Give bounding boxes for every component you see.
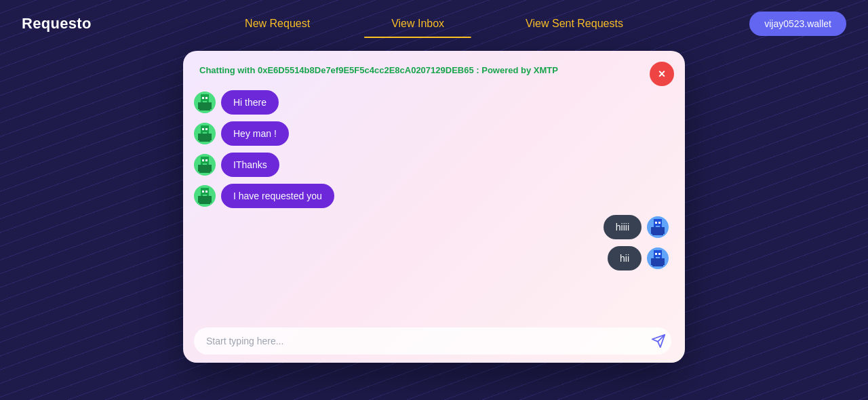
chat-body[interactable]: Hi there Hey man ! — [183, 85, 685, 319]
message-bubble: hiiii — [604, 215, 642, 239]
svg-rect-4 — [202, 97, 204, 99]
svg-rect-18 — [202, 159, 204, 161]
svg-rect-6 — [203, 101, 207, 102]
avatar — [194, 92, 216, 113]
chat-header: Chatting with 0xE6D5514b8De7ef9E5F5c4cc2… — [183, 51, 685, 85]
message-row: IThanks — [194, 153, 669, 177]
message-bubble: I have requested you — [221, 184, 334, 208]
nav-view-sent[interactable]: View Sent Requests — [485, 12, 664, 35]
send-button[interactable] — [643, 334, 674, 348]
message-input[interactable] — [194, 327, 671, 355]
svg-rect-40 — [658, 253, 660, 255]
chat-title: Chatting with 0xE6D5514b8De7ef9E5F5c4cc2… — [199, 64, 669, 77]
svg-rect-2 — [198, 102, 202, 109]
svg-rect-33 — [658, 222, 660, 224]
chat-input-area — [183, 319, 685, 363]
svg-rect-30 — [651, 227, 655, 234]
svg-rect-24 — [208, 196, 212, 203]
svg-rect-25 — [202, 191, 204, 193]
svg-rect-26 — [205, 191, 208, 193]
avatar — [647, 216, 669, 238]
nav-new-request[interactable]: New Request — [204, 12, 351, 35]
avatar — [647, 247, 669, 269]
svg-rect-19 — [205, 159, 208, 161]
message-bubble: Hi there — [221, 90, 279, 115]
message-bubble: hii — [608, 246, 642, 271]
svg-rect-17 — [208, 165, 212, 172]
svg-rect-32 — [655, 222, 657, 224]
message-row: Hi there — [194, 90, 669, 115]
close-button[interactable]: × — [650, 62, 674, 86]
nav-links: New Request View Inbox View Sent Request… — [204, 12, 664, 35]
svg-rect-31 — [660, 227, 665, 234]
avatar — [194, 154, 216, 176]
svg-rect-41 — [656, 257, 660, 258]
svg-rect-37 — [651, 258, 655, 265]
svg-rect-34 — [656, 226, 660, 227]
svg-rect-38 — [660, 258, 665, 265]
svg-rect-39 — [655, 253, 657, 255]
send-icon — [651, 334, 666, 348]
message-row: hii — [194, 246, 669, 271]
svg-rect-20 — [203, 163, 207, 165]
svg-rect-12 — [205, 128, 208, 130]
message-bubble: IThanks — [221, 153, 279, 177]
chat-modal: × Chatting with 0xE6D5514b8De7ef9E5F5c4c… — [183, 51, 685, 363]
svg-rect-9 — [198, 134, 202, 140]
svg-rect-11 — [202, 128, 204, 130]
message-row: I have requested you — [194, 184, 669, 208]
app-logo: Requesto — [22, 15, 92, 33]
wallet-button[interactable]: vijay0523.wallet — [749, 12, 846, 36]
svg-rect-16 — [198, 165, 202, 172]
message-bubble: Hey man ! — [221, 121, 289, 146]
avatar — [194, 185, 216, 207]
svg-rect-23 — [198, 196, 202, 203]
navbar: Requesto New Request View Inbox View Sen… — [0, 0, 868, 47]
svg-rect-13 — [203, 132, 207, 134]
message-row: Hey man ! — [194, 121, 669, 146]
avatar — [194, 123, 216, 144]
message-row: hiiii — [194, 215, 669, 239]
modal-overlay: × Chatting with 0xE6D5514b8De7ef9E5F5c4c… — [0, 0, 868, 400]
svg-rect-27 — [203, 195, 207, 196]
svg-rect-10 — [208, 134, 212, 140]
svg-rect-5 — [205, 97, 208, 99]
nav-view-inbox[interactable]: View Inbox — [351, 12, 485, 35]
svg-rect-3 — [208, 102, 212, 109]
